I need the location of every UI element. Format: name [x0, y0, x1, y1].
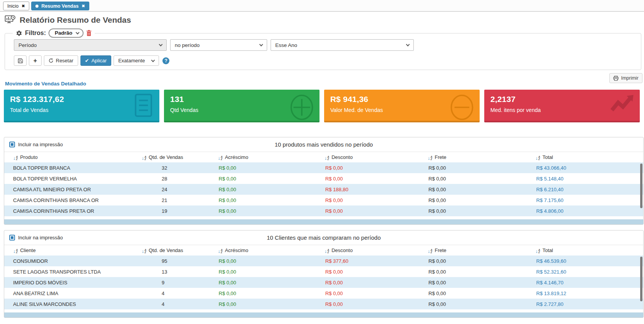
report-link[interactable]: Movimento de Vendas Detalhado	[5, 81, 86, 87]
table-cell: R$ 4.146,70	[532, 277, 643, 288]
table-cell: R$ 0,00	[321, 162, 424, 173]
table-cell: BOLA TOPPER BRANCA	[4, 162, 138, 173]
table-cell: R$ 5.148,40	[532, 173, 643, 184]
table-cell: R$ 0,00	[214, 205, 321, 216]
table-cell: R$ 0,00	[424, 205, 532, 216]
sort-alpha-icon: ↓AZ	[142, 156, 146, 160]
column-header-qtd-de-vendas[interactable]: ↓AZQtd. de Vendas	[138, 152, 214, 162]
active-dot-icon	[35, 5, 38, 8]
table-cell: ANA BEATRIZ LIMA	[4, 288, 138, 299]
table-cell: R$ 7.175,60	[532, 195, 643, 205]
tab-label: Inicio	[7, 3, 18, 9]
table-cell: R$ 0,00	[214, 266, 321, 277]
match-mode-value: Exatamente	[118, 58, 145, 63]
table-cell: 9	[138, 277, 214, 288]
chevron-down-icon	[151, 58, 155, 62]
table-cell: R$ 0,00	[424, 256, 532, 266]
tab-inicio[interactable]: Inicio ✖	[3, 2, 29, 10]
table-row: CAMISA CORINTHIANS PRETA OR19R$ 0,00R$ 0…	[4, 205, 643, 216]
top-clients-table: ↓AZCliente ↓AZQtd. de Vendas ↓AZAcréscim…	[4, 245, 643, 309]
sort-alpha-icon: ↓AZ	[535, 156, 540, 160]
horizontal-scrollbar[interactable]	[4, 219, 643, 224]
checkbox-icon[interactable]	[9, 142, 15, 147]
table-row: ANA BEATRIZ LIMA4R$ 0,00R$ 0,00R$ 0,00R$…	[4, 288, 643, 299]
table-header-row: ↓AZProduto ↓AZQtd. de Vendas ↓AZAcréscim…	[4, 152, 643, 162]
print-button[interactable]: Imprimir	[609, 73, 642, 83]
horizontal-scrollbar[interactable]	[4, 312, 643, 317]
printer-icon	[613, 76, 619, 81]
column-header-desconto[interactable]: ↓AZDesconto	[321, 245, 424, 256]
table-cell: R$ 188,80	[321, 184, 424, 195]
table-cell: R$ 0,00	[424, 277, 532, 288]
close-icon[interactable]: ✖	[22, 4, 25, 8]
filter-value-select[interactable]: Esse Ano	[271, 39, 414, 51]
filter-preset-select[interactable]: Padrão	[49, 28, 84, 38]
reset-label: Resetar	[56, 58, 74, 63]
table-cell: R$ 0,00	[321, 195, 424, 205]
include-print-checkbox[interactable]: Incluir na impressão	[9, 142, 63, 147]
column-header-qtd-de-vendas[interactable]: ↓AZQtd. de Vendas	[138, 245, 214, 256]
sort-alpha-icon: ↓AZ	[218, 156, 222, 160]
table-row: SETE LAGOAS TRANSPORTES LTDA13R$ 0,00R$ …	[4, 266, 643, 277]
table-cell: R$ 4.806,00	[532, 205, 643, 216]
table-row: CAMISA CORINTHIANS BRANCA OR21R$ 0,00R$ …	[4, 195, 643, 205]
column-header-acr-scimo[interactable]: ↓AZAcréscimo	[214, 245, 321, 256]
floppy-icon	[18, 58, 23, 63]
sort-alpha-icon: ↓AZ	[325, 156, 329, 160]
apply-button[interactable]: ✔ Aplicar	[80, 55, 112, 66]
trash-icon[interactable]	[86, 30, 92, 36]
column-header-total[interactable]: ↓AZTotal	[532, 152, 643, 162]
page-title: Relatório Resumo de Vendas	[20, 15, 131, 25]
table-cell: R$ 0,00	[321, 288, 424, 299]
match-mode-select[interactable]: Exatamente	[114, 55, 159, 66]
vertical-scrollbar-thumb[interactable]	[640, 257, 642, 301]
table-cell: R$ 0,00	[424, 266, 532, 277]
summary-card-0: R$ 123.317,62 Total de Vendas	[4, 90, 159, 122]
filter-operator-select[interactable]: no período	[170, 39, 267, 51]
column-header-total[interactable]: ↓AZTotal	[532, 245, 643, 256]
filter-preset-value: Padrão	[55, 30, 72, 36]
column-header-cliente[interactable]: ↓AZCliente	[4, 245, 138, 256]
trend-up-icon	[611, 94, 634, 114]
save-filter-button[interactable]	[14, 55, 27, 66]
filter-operator-value: no período	[175, 42, 200, 48]
sort-alpha-icon: ↓AZ	[218, 249, 222, 254]
sort-alpha-icon: ↓AZ	[13, 249, 18, 254]
chevron-down-icon	[406, 43, 410, 47]
column-header-desconto[interactable]: ↓AZDesconto	[321, 152, 424, 162]
column-header-acr-scimo[interactable]: ↓AZAcréscimo	[214, 152, 321, 162]
column-header-produto[interactable]: ↓AZProduto	[4, 152, 138, 162]
table-cell: R$ 377,60	[321, 256, 424, 266]
print-label: Imprimir	[621, 75, 638, 81]
table-cell: R$ 0,00	[214, 277, 321, 288]
tab-label: Resumo Vendas	[42, 3, 79, 9]
table-cell: R$ 0,00	[214, 173, 321, 184]
table-cell: 19	[138, 205, 214, 216]
top-products-table: ↓AZProduto ↓AZQtd. de Vendas ↓AZAcréscim…	[4, 152, 643, 216]
plus-circle-icon	[289, 94, 314, 121]
column-header-frete[interactable]: ↓AZFrete	[424, 245, 532, 256]
filter-field-value: Período	[18, 42, 37, 48]
table-row: BOLA TOPPER VERMELHA28R$ 0,00R$ 0,00R$ 0…	[4, 173, 643, 184]
table-cell: R$ 43.066,40	[532, 162, 643, 173]
top-products-panel: 10 produtos mais vendidos no período Inc…	[4, 137, 644, 225]
checkbox-icon[interactable]	[9, 235, 15, 240]
report-chart-icon	[5, 15, 15, 25]
add-filter-button[interactable]: +	[29, 55, 42, 66]
page-header: Relatório Resumo de Vendas	[0, 12, 644, 28]
gear-icon	[16, 30, 22, 37]
reset-button[interactable]: Resetar	[44, 55, 78, 66]
card-label: Total de Vendas	[10, 107, 153, 113]
table-cell: SETE LAGOAS TRANSPORTES LTDA	[4, 266, 138, 277]
filter-field-select[interactable]: Período	[14, 39, 167, 51]
tab-resumo-vendas[interactable]: Resumo Vendas ✖	[31, 2, 89, 10]
include-print-checkbox[interactable]: Incluir na impressão	[9, 235, 63, 240]
summary-card-3: 2,2137 Med. itens por venda	[484, 90, 640, 122]
table-cell: R$ 0,00	[214, 195, 321, 205]
vertical-scrollbar-thumb[interactable]	[640, 164, 642, 208]
table-cell: CONSUMIDOR	[4, 256, 138, 266]
column-header-frete[interactable]: ↓AZFrete	[424, 152, 532, 162]
close-icon[interactable]: ✖	[82, 4, 85, 8]
help-icon[interactable]: ?	[162, 57, 169, 64]
table-row: BOLA TOPPER BRANCA32R$ 0,00R$ 0,00R$ 0,0…	[4, 162, 643, 173]
